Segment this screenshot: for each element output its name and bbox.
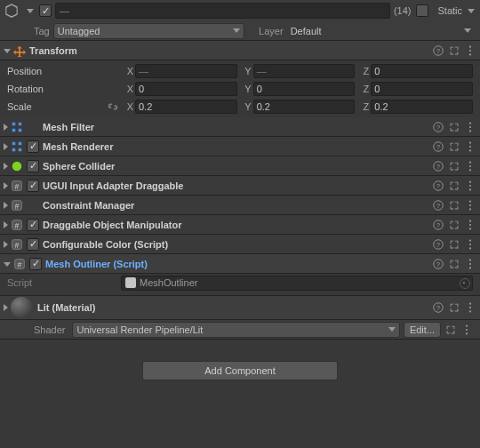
menu-icon[interactable] (464, 258, 476, 270)
reset-icon[interactable] (448, 121, 460, 133)
menu-icon[interactable] (464, 238, 476, 251)
component-header[interactable]: Sphere Collider? (0, 156, 480, 176)
component-title: UGUI Input Adapter Draggable (43, 180, 184, 191)
scale-y-input[interactable]: 0.2 (253, 100, 356, 114)
scale-z-input[interactable]: 0.2 (371, 100, 473, 114)
shader-value: Universal Render Pipeline/Lit (76, 324, 203, 335)
tag-label: Tag (34, 26, 50, 36)
static-dropdown-icon[interactable] (468, 9, 475, 13)
foldout-icon (4, 241, 8, 248)
component-title: Draggable Object Manipulator (43, 220, 181, 230)
component-header[interactable]: Mesh Filter? (0, 117, 480, 137)
help-icon[interactable]: ? (432, 180, 444, 192)
mesh-renderer-icon (11, 140, 23, 153)
enable-checkbox[interactable] (27, 180, 39, 192)
component-header[interactable]: #Mesh Outliner (Script)? (0, 254, 480, 274)
reset-icon[interactable] (448, 219, 460, 231)
static-checkbox[interactable] (416, 4, 428, 17)
menu-icon[interactable] (464, 301, 476, 314)
svg-point-11 (469, 122, 471, 124)
help-icon[interactable]: ? (432, 121, 444, 133)
position-x-input[interactable]: — (135, 64, 237, 78)
reset-icon[interactable] (444, 324, 457, 336)
material-preview-icon (11, 297, 32, 318)
script-value: MeshOutliner (140, 277, 197, 288)
position-z-input[interactable]: 0 (371, 64, 473, 78)
help-icon[interactable]: ? (432, 199, 444, 212)
help-icon[interactable]: ? (432, 160, 444, 172)
help-icon[interactable]: ? (432, 258, 444, 270)
rotation-row: Rotation X 0 Y 0 Z 0 (7, 80, 473, 98)
reset-icon[interactable] (448, 199, 460, 212)
edit-shader-button[interactable]: Edit... (404, 322, 441, 338)
svg-rect-8 (19, 128, 22, 132)
menu-icon[interactable] (464, 180, 476, 192)
component-title: Mesh Outliner (Script) (45, 259, 148, 269)
shader-dropdown[interactable]: Universal Render Pipeline/Lit (72, 322, 399, 338)
enable-checkbox[interactable] (27, 160, 39, 172)
script-object-field[interactable]: MeshOutliner (121, 276, 473, 291)
reset-icon[interactable] (448, 140, 460, 153)
enable-checkbox[interactable] (29, 258, 42, 270)
reset-icon[interactable] (448, 180, 460, 192)
help-icon[interactable]: ? (432, 301, 444, 314)
static-label: Static (437, 5, 462, 16)
add-component-button[interactable]: Add Component (142, 361, 338, 380)
constrain-proportions-icon[interactable] (107, 100, 119, 113)
reset-icon[interactable] (448, 160, 460, 172)
svg-text:?: ? (436, 182, 440, 188)
svg-rect-14 (12, 141, 16, 145)
enable-checkbox[interactable] (27, 140, 39, 153)
svg-point-20 (469, 141, 471, 143)
menu-icon[interactable] (464, 44, 476, 57)
menu-icon[interactable] (464, 160, 476, 172)
rotation-y-input[interactable]: 0 (253, 82, 356, 96)
svg-text:?: ? (436, 260, 440, 267)
transform-header[interactable]: Transform ? (0, 41, 480, 60)
axis-y-label: Y (241, 66, 252, 76)
foldout-icon (4, 124, 8, 131)
svg-point-26 (469, 161, 471, 163)
help-icon[interactable]: ? (432, 238, 444, 251)
svg-point-21 (469, 145, 471, 147)
active-checkbox[interactable] (39, 4, 52, 17)
enable-checkbox[interactable] (27, 238, 39, 251)
reset-icon[interactable] (448, 258, 460, 270)
reset-icon[interactable] (448, 238, 460, 251)
component-header[interactable]: #UGUI Input Adapter Draggable? (0, 176, 480, 196)
menu-icon[interactable] (464, 199, 476, 212)
component-header[interactable]: #Configurable Color (Script)? (0, 235, 480, 254)
menu-icon[interactable] (464, 121, 476, 133)
axis-x-label: X (123, 66, 133, 76)
prefab-dropdown-icon[interactable] (27, 9, 34, 13)
material-title: Lit (Material) (37, 302, 95, 313)
menu-icon[interactable] (464, 219, 476, 231)
help-icon[interactable]: ? (432, 44, 444, 57)
component-header[interactable]: Mesh Renderer? (0, 137, 480, 156)
reset-icon[interactable] (448, 44, 460, 57)
object-picker-icon[interactable] (460, 278, 470, 289)
svg-point-70 (466, 324, 468, 326)
menu-icon[interactable] (460, 324, 473, 336)
component-header[interactable]: #Constraint Manager? (0, 196, 480, 215)
help-icon[interactable]: ? (432, 140, 444, 153)
component-header[interactable]: #Draggable Object Manipulator? (0, 215, 480, 235)
tag-value: Untagged (58, 26, 100, 36)
rotation-z-input[interactable]: 0 (371, 82, 473, 96)
reset-icon[interactable] (448, 301, 460, 314)
rotation-x-input[interactable]: 0 (135, 82, 237, 96)
layer-dropdown[interactable]: Default (287, 23, 476, 39)
material-header[interactable]: Lit (Material) ? (0, 295, 480, 320)
enable-checkbox[interactable] (27, 219, 39, 231)
shader-label: Shader (34, 324, 65, 335)
help-icon[interactable]: ? (432, 219, 444, 231)
svg-point-23 (12, 161, 22, 171)
position-y-input[interactable]: — (253, 64, 356, 78)
svg-rect-64 (125, 277, 136, 288)
svg-text:#: # (15, 220, 20, 229)
gameobject-name-input[interactable]: — (55, 3, 390, 19)
add-component-area: Add Component (0, 361, 480, 380)
scale-x-input[interactable]: 0.2 (135, 100, 237, 114)
tag-dropdown[interactable]: Untagged (53, 23, 244, 39)
menu-icon[interactable] (464, 140, 476, 153)
